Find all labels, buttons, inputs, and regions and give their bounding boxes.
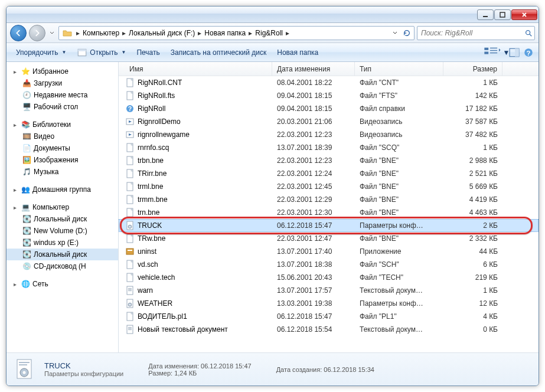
column-date[interactable]: Дата изменения	[272, 62, 355, 76]
file-row[interactable]: uninst13.07.2001 17:40Приложение44 КБ	[119, 245, 539, 258]
file-row[interactable]: rignrollnewgame22.03.2001 12:23Видеозапи…	[119, 128, 539, 141]
breadcrumb[interactable]: Локальный диск (F:)	[128, 29, 196, 37]
file-type: Файл "BNE"	[355, 195, 443, 204]
file-row[interactable]: rnrnfo.scq13.07.2001 18:39Файл "SCQ"1 КБ	[119, 141, 539, 154]
nav-history-dropdown[interactable]	[48, 31, 56, 35]
new-folder-button[interactable]: Новая папка	[272, 46, 323, 59]
file-row[interactable]: RigNRoll.fts09.04.2001 18:15Файл "FTS"14…	[119, 89, 539, 102]
sidebar-item-pictures[interactable]: 🖼️Изображения	[6, 154, 118, 166]
sidebar-item-localdisk-c[interactable]: 💽Локальный диск	[6, 213, 118, 225]
breadcrumb-sep[interactable]: ▸	[74, 29, 81, 37]
open-button[interactable]: Открыть▼	[72, 45, 130, 60]
file-type: Приложение	[355, 247, 443, 256]
print-button[interactable]: Печать	[132, 46, 164, 59]
file-type-icon	[125, 156, 135, 165]
organize-button[interactable]: Упорядочить▼	[11, 46, 71, 59]
sidebar-item-computer[interactable]: ▸💻Компьютер	[6, 201, 118, 213]
file-row[interactable]: RignrollDemo20.03.2001 21:06Видеозапись3…	[119, 115, 539, 128]
file-type-icon	[125, 247, 135, 256]
file-row[interactable]: ?RigNRoll09.04.2001 18:15Файл справки17 …	[119, 102, 539, 115]
file-type: Файл справки	[355, 104, 443, 113]
sidebar-item-libraries[interactable]: ▸📚Библиотеки	[6, 119, 118, 130]
sidebar-item-favorites[interactable]: ▸⭐Избранное	[6, 66, 118, 77]
breadcrumb-sep[interactable]: ▸	[196, 29, 203, 37]
column-type[interactable]: Тип	[355, 62, 443, 76]
svg-text:?: ?	[128, 106, 132, 112]
sidebar-item-desktop[interactable]: 🖥️Рабочий стол	[6, 101, 118, 113]
column-name[interactable]: Имя	[125, 62, 272, 76]
file-type: Файл "TECH"	[355, 273, 443, 282]
file-size: 37 587 КБ	[443, 117, 502, 126]
nav-back-button[interactable]	[10, 25, 27, 41]
recent-icon: 🕘	[22, 90, 31, 100]
file-row[interactable]: trbn.bne22.03.2001 12:23Файл "BNE"2 988 …	[119, 154, 539, 167]
file-row[interactable]: WEATHER13.03.2001 19:38Параметры конф…12…	[119, 297, 539, 310]
file-row[interactable]: ВОДИТЕЛЬ.pl106.12.2018 15:47Файл "PL1"4 …	[119, 310, 539, 323]
file-date: 09.04.2001 18:15	[272, 92, 355, 100]
breadcrumb[interactable]: Компьютер	[81, 29, 120, 37]
file-date: 22.03.2001 12:47	[272, 234, 355, 243]
svg-rect-49	[19, 362, 30, 363]
view-button[interactable]: ▼	[488, 47, 505, 58]
file-type: Файл "SCQ"	[355, 143, 443, 152]
svg-point-48	[23, 371, 26, 374]
star-icon: ⭐	[21, 67, 30, 76]
search-box[interactable]	[417, 26, 535, 40]
sidebar-item-homegroup[interactable]: ▸👥Домашняя группа	[6, 184, 118, 195]
file-date: 06.12.2018 15:47	[272, 312, 355, 321]
file-type-icon	[125, 234, 135, 243]
file-list[interactable]: RigNRoll.CNT08.04.2001 18:22Файл "CNT"1 …	[119, 76, 539, 352]
navigation-pane[interactable]: ▸⭐Избранное 📥Загрузки 🕘Недавние места 🖥️…	[6, 62, 119, 352]
details-filename: TRUCK	[44, 361, 123, 370]
nav-forward-button[interactable]	[29, 25, 45, 41]
sidebar-item-music[interactable]: 🎵Музыка	[6, 166, 118, 178]
sidebar-item-recent[interactable]: 🕘Недавние места	[6, 89, 118, 101]
file-row[interactable]: trml.bne22.03.2001 12:45Файл "BNE"5 669 …	[119, 180, 539, 193]
file-type: Файл "BNE"	[355, 169, 443, 178]
file-name: trn.bne	[138, 208, 272, 217]
file-row[interactable]: trmm.bne22.03.2001 12:29Файл "BNE"4 419 …	[119, 193, 539, 206]
breadcrumb-sep[interactable]: ▸	[247, 29, 254, 37]
file-row[interactable]: trn.bne22.03.2001 12:30Файл "BNE"4 463 К…	[119, 206, 539, 219]
search-input[interactable]	[417, 29, 523, 37]
sidebar-item-videos[interactable]: 🎞️Видео	[6, 130, 118, 142]
minimize-button[interactable]	[477, 9, 494, 20]
downloads-icon: 📥	[22, 79, 31, 88]
titlebar[interactable]	[6, 6, 539, 23]
sidebar-item-newvolume-d[interactable]: 💽New Volume (D:)	[6, 225, 118, 237]
sidebar-item-windusxp-e[interactable]: 💽windus xp (E:)	[6, 237, 118, 249]
file-date: 22.03.2001 12:29	[272, 195, 355, 204]
column-size[interactable]: Размер	[443, 62, 502, 76]
breadcrumb[interactable]: Rig&Roll	[254, 29, 284, 37]
file-row[interactable]: warn13.07.2001 17:57Текстовый докум…1 КБ	[119, 284, 539, 297]
file-row[interactable]: RigNRoll.CNT08.04.2001 18:22Файл "CNT"1 …	[119, 76, 539, 89]
file-row[interactable]: TRirr.bne22.03.2001 12:24Файл "BNE"2 521…	[119, 167, 539, 180]
preview-pane-button[interactable]	[509, 47, 520, 58]
file-size: 37 482 КБ	[443, 130, 502, 139]
file-date: 13.07.2001 17:40	[272, 247, 355, 256]
help-button[interactable]: ?	[523, 47, 534, 58]
search-icon[interactable]	[523, 27, 534, 39]
file-row[interactable]: vehicle.tech15.06.2001 20:43Файл "TECH"2…	[119, 271, 539, 284]
sidebar-item-cd-drive[interactable]: 💿CD-дисковод (H	[6, 260, 118, 272]
file-row[interactable]: Новый текстовый документ06.12.2018 15:54…	[119, 323, 539, 336]
svg-rect-36	[128, 289, 132, 290]
close-button[interactable]	[511, 9, 537, 20]
maximize-button[interactable]	[494, 9, 511, 20]
burn-button[interactable]: Записать на оптический диск	[166, 46, 272, 59]
sidebar-item-network[interactable]: ▸🌐Сеть	[6, 278, 118, 290]
breadcrumb-sep[interactable]: ▸	[284, 29, 291, 37]
file-row[interactable]: TRUCK06.12.2018 15:47Параметры конф…2 КБ	[119, 219, 539, 232]
file-row[interactable]: vd.sch13.07.2001 18:38Файл "SCH"6 КБ	[119, 258, 539, 271]
file-row[interactable]: TRw.bne22.03.2001 12:47Файл "BNE"2 332 К…	[119, 232, 539, 245]
sidebar-item-documents[interactable]: 📄Документы	[6, 142, 118, 154]
address-dropdown-button[interactable]	[389, 27, 401, 39]
refresh-button[interactable]	[401, 27, 413, 39]
svg-rect-31	[128, 250, 132, 251]
address-bar[interactable]: ▸ Компьютер ▸ Локальный диск (F:) ▸ Нова…	[58, 26, 415, 40]
file-date: 06.12.2018 15:47	[272, 221, 355, 230]
breadcrumb[interactable]: Новая папка	[203, 29, 247, 37]
sidebar-item-localdisk-f[interactable]: 💽Локальный диск	[6, 249, 118, 260]
sidebar-item-downloads[interactable]: 📥Загрузки	[6, 77, 118, 89]
breadcrumb-sep[interactable]: ▸	[120, 29, 128, 37]
